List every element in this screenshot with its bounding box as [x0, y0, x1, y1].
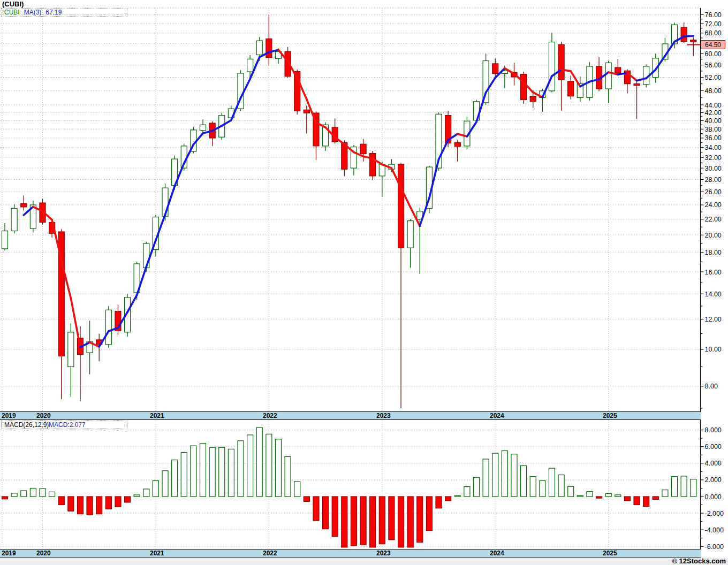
candle-body: [200, 125, 206, 130]
macd-axis-label: 2.000: [705, 476, 722, 484]
candle-body: [68, 332, 74, 367]
macd-bar: [125, 497, 131, 502]
macd-bar: [256, 427, 262, 497]
macd-bar: [87, 497, 93, 515]
candle-body: [681, 27, 687, 42]
price-axis-label: 36.00: [705, 134, 722, 142]
watermark-link[interactable]: © 12Stocks.com: [672, 557, 726, 565]
candle-body: [266, 39, 272, 57]
macd-bar: [323, 497, 329, 529]
price-axis-label: 8.00: [705, 383, 718, 390]
macd-axis-label: -2.000: [705, 510, 724, 517]
price-axis-label: 14.00: [705, 291, 722, 298]
stock-chart-canvas[interactable]: 76.0072.0068.0064.0060.0056.0052.0048.00…: [0, 0, 728, 565]
year-label: 2022: [263, 412, 277, 419]
macd-bar: [49, 492, 55, 497]
macd-bar: [436, 497, 442, 508]
candle-body: [634, 84, 640, 86]
macd-histogram-series: [2, 427, 696, 547]
year-label: 2019: [2, 412, 16, 419]
price-axis-label: 60.00: [705, 50, 722, 58]
macd-bar: [332, 497, 338, 537]
macd-bar: [521, 465, 527, 497]
macd-bar: [445, 497, 451, 501]
macd-bar: [370, 497, 376, 547]
price-axis-label: 22.00: [705, 216, 722, 223]
year-label: 2019: [2, 549, 16, 557]
candle-body: [370, 154, 376, 176]
price-axis-label: 34.00: [705, 144, 722, 151]
macd-bar: [398, 497, 404, 547]
macd-bar: [11, 493, 17, 497]
price-axis-label: 38.00: [705, 126, 722, 133]
macd-bar: [247, 435, 253, 497]
macd-bar: [379, 497, 385, 544]
macd-bar: [200, 443, 206, 497]
footer-bar: [0, 558, 728, 565]
candle-body: [398, 164, 404, 248]
macd-bar: [417, 497, 423, 543]
macd-bar: [68, 497, 74, 511]
macd-axis-label: 6.000: [705, 443, 722, 451]
macd-params-label: MACD(26,12,9): [4, 421, 49, 429]
macd-bar: [407, 497, 413, 547]
macd-bar: [313, 497, 319, 521]
candle-body: [691, 40, 696, 42]
price-axis-label: 48.00: [705, 87, 722, 95]
macd-axis-label: 4.000: [705, 460, 722, 467]
x-axis-strip-macd: 2019202020212022202320242025: [0, 549, 701, 558]
price-axis: 76.0072.0068.0064.0060.0056.0052.0048.00…: [687, 8, 724, 558]
macd-bar: [681, 476, 687, 497]
macd-bar: [596, 497, 602, 498]
macd-bar: [96, 497, 102, 514]
macd-bar: [351, 497, 357, 546]
price-axis-label: 16.00: [705, 269, 722, 276]
macd-bar: [587, 492, 593, 497]
macd-bar: [228, 449, 234, 497]
price-axis-label: 30.00: [705, 165, 722, 172]
year-label: 2024: [490, 412, 504, 419]
candle-body: [530, 96, 536, 102]
macd-bar: [143, 489, 149, 497]
price-axis-label: 72.00: [705, 20, 722, 28]
macd-bar: [691, 479, 696, 497]
price-axis-label: 76.00: [705, 11, 722, 19]
candle-body: [21, 203, 27, 207]
price-axis-label: 42.00: [705, 109, 722, 117]
chart-page: (CUBI) 76.0072.0068.0064.0060.0056.0052.…: [0, 0, 728, 565]
candle-body: [558, 44, 564, 80]
macd-bar: [294, 482, 300, 497]
macd-bar: [474, 477, 480, 497]
year-label: 2020: [36, 412, 51, 419]
candle-body: [492, 64, 498, 74]
candle-body: [605, 63, 611, 89]
macd-bar: [162, 471, 168, 497]
macd-bar: [568, 486, 574, 497]
price-axis-label: 18.00: [705, 249, 722, 256]
price-axis-label: 24.00: [705, 201, 722, 209]
candle-body: [360, 144, 366, 154]
macd-bar: [40, 488, 46, 497]
macd-axis-label: -4.000: [705, 526, 724, 534]
gridlines: [0, 8, 701, 548]
macd-bar: [266, 434, 272, 497]
price-legend: CUBI MA(3) 67.19: [1, 8, 127, 17]
candle-body: [256, 41, 262, 55]
macd-bar: [389, 497, 395, 540]
price-axis-label: 44.00: [705, 102, 722, 109]
macd-bar: [540, 480, 545, 497]
candle-body: [105, 310, 111, 345]
macd-bar: [275, 439, 281, 497]
candle-body: [407, 221, 413, 248]
price-axis-label: 20.00: [705, 232, 722, 239]
macd-bar: [653, 497, 658, 499]
macd-bar: [219, 447, 225, 497]
macd-bar: [577, 495, 583, 497]
macd-value-label: MACD:2.077: [49, 421, 86, 429]
price-axis-label: 12.00: [705, 316, 722, 323]
year-label: 2020: [36, 549, 51, 557]
macd-bar: [511, 454, 517, 497]
year-label: 2021: [150, 549, 164, 557]
macd-bar: [605, 494, 611, 497]
year-label: 2024: [490, 549, 504, 557]
